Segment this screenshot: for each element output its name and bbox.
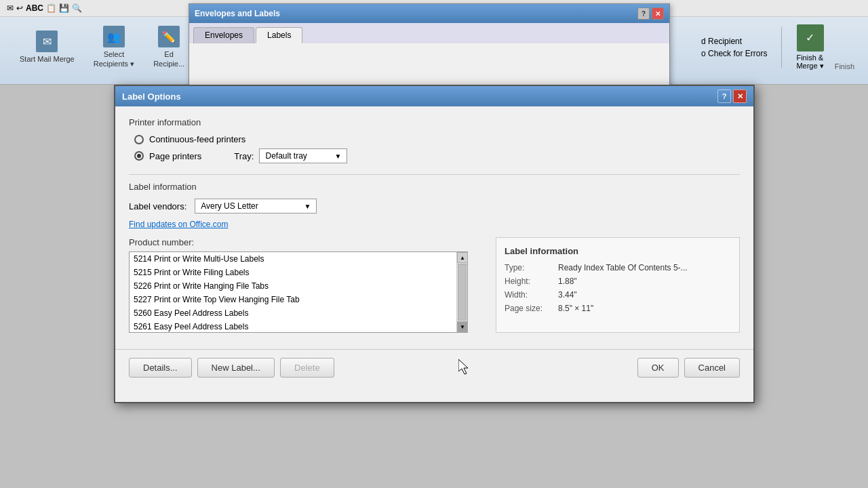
product-list-section: Product number: 5214 Print or Write Mult… xyxy=(129,237,482,333)
lo-bottom-buttons: Details... New Label... Delete OK Cancel xyxy=(115,349,753,386)
type-value: Ready Index Table Of Contents 5-... xyxy=(558,263,688,272)
check-errors-text: o Check for Errors xyxy=(701,49,767,58)
start-mail-merge-icon: ✉ xyxy=(36,30,58,52)
start-mail-merge-button[interactable]: ✉ Start Mail Merge xyxy=(14,27,81,67)
tab-labels[interactable]: Labels xyxy=(256,27,302,43)
printer-info-label: Printer information xyxy=(129,117,740,127)
select-recipients-button[interactable]: 👥 SelectRecipients ▾ xyxy=(87,22,140,73)
edit-recipients-button[interactable]: ✏️ EdRecipie... xyxy=(147,22,191,73)
height-value: 1.88" xyxy=(558,277,577,286)
lo-body: Printer information Continuous-feed prin… xyxy=(115,106,753,344)
toolbar-btn-save[interactable]: 💾 xyxy=(59,3,69,13)
env-close-button[interactable]: ✕ xyxy=(652,7,664,20)
finish-merge-icon: ✓ xyxy=(797,24,824,52)
new-label-button[interactable]: New Label... xyxy=(197,358,275,378)
lo-right-buttons: OK Cancel xyxy=(637,358,740,378)
env-dialog-tabs: Envelopes Labels xyxy=(189,23,669,43)
page-printers-radio[interactable] xyxy=(134,151,144,161)
tray-label: Tray: xyxy=(234,151,254,161)
label-info-section: Label information Label vendors: Avery U… xyxy=(129,182,740,229)
select-recipients-label: SelectRecipients ▾ xyxy=(94,49,134,69)
ok-button[interactable]: OK xyxy=(637,358,679,378)
find-link-container: Find updates on Office.com xyxy=(129,219,740,229)
tray-select[interactable]: Default tray ▼ xyxy=(259,148,347,163)
tab-envelopes[interactable]: Envelopes xyxy=(193,27,254,43)
product-row: Product number: 5214 Print or Write Mult… xyxy=(129,237,740,333)
type-key: Type: xyxy=(505,263,555,272)
env-labels-titlebar: Envelopes and Labels ? ✕ xyxy=(189,4,669,23)
recipient-label-text: d Recipient xyxy=(701,37,767,46)
label-width-row: Width: 3.44" xyxy=(505,290,731,300)
scrollbar-down-btn[interactable]: ▼ xyxy=(457,321,468,332)
lo-title: Label Options xyxy=(122,92,181,102)
width-value: 3.44" xyxy=(558,290,577,300)
lo-titlebar: Label Options ? ✕ xyxy=(115,86,753,106)
list-item[interactable]: 5214 Print or Write Multi-Use Labels xyxy=(130,252,456,266)
ribbon-sep-2 xyxy=(781,27,782,68)
lo-close-button[interactable]: ✕ xyxy=(733,89,747,103)
toolbar-btn-undo[interactable]: ↩ xyxy=(16,3,23,13)
page-printers-label: Page printers xyxy=(149,151,201,161)
tray-row: Tray: Default tray ▼ xyxy=(234,148,347,163)
page-printers-row: Page printers Tray: Default tray ▼ xyxy=(134,148,740,163)
lo-left-buttons: Details... New Label... Delete xyxy=(129,358,334,378)
lo-help-button[interactable]: ? xyxy=(717,89,731,103)
tray-dropdown-arrow: ▼ xyxy=(335,152,342,160)
toolbar-btn-mail[interactable]: ✉ xyxy=(7,3,14,13)
env-titlebar-buttons: ? ✕ xyxy=(637,7,664,20)
vendor-row: Label vendors: Avery US Letter ▼ xyxy=(129,199,740,214)
list-item[interactable]: 5261 Easy Peel Address Labels xyxy=(130,320,456,332)
pagesize-value: 8.5" × 11" xyxy=(558,304,593,313)
label-options-dialog: Label Options ? ✕ Printer information Co… xyxy=(114,85,755,403)
vendor-dropdown-arrow: ▼ xyxy=(304,203,311,210)
label-detail-title: Label information xyxy=(505,246,731,256)
list-item[interactable]: 5215 Print or Write Filing Labels xyxy=(130,266,456,279)
select-recipients-icon: 👥 xyxy=(103,26,125,47)
product-listbox-scrollbar[interactable]: ▲ ▼ xyxy=(456,252,467,332)
label-detail-box: Label information Type: Ready Index Tabl… xyxy=(496,237,740,333)
toolbar-btn-clip[interactable]: 📋 xyxy=(46,3,56,13)
start-mail-merge-label: Start Mail Merge xyxy=(20,54,75,64)
env-labels-title: Envelopes and Labels xyxy=(195,9,280,18)
label-pagesize-row: Page size: 8.5" × 11" xyxy=(505,304,731,313)
vendor-label: Label vendors: xyxy=(129,201,186,211)
lo-cancel-button[interactable]: Cancel xyxy=(684,358,740,378)
scrollbar-up-btn[interactable]: ▲ xyxy=(457,252,468,263)
continuous-feed-radio[interactable] xyxy=(134,135,144,144)
label-info-label: Label information xyxy=(129,182,740,192)
lo-titlebar-buttons: ? ✕ xyxy=(717,89,747,103)
find-updates-link[interactable]: Find updates on Office.com xyxy=(129,220,229,229)
product-listbox-container: 5214 Print or Write Multi-Use Labels 521… xyxy=(129,251,468,333)
finish-section-label: Finish xyxy=(835,62,854,70)
tray-value: Default tray xyxy=(265,151,307,161)
product-listbox[interactable]: 5214 Print or Write Multi-Use Labels 521… xyxy=(130,252,456,332)
label-type-row: Type: Ready Index Table Of Contents 5-..… xyxy=(505,263,731,272)
printer-radio-group: Continuous-feed printers Page printers T… xyxy=(134,134,740,163)
scrollbar-thumb[interactable] xyxy=(458,264,467,321)
continuous-feed-row: Continuous-feed printers xyxy=(134,134,740,144)
finish-merge-label: Finish &Merge ▾ xyxy=(796,54,823,70)
continuous-feed-label: Continuous-feed printers xyxy=(149,134,245,144)
vendor-select[interactable]: Avery US Letter ▼ xyxy=(195,199,317,214)
env-help-button[interactable]: ? xyxy=(637,7,650,20)
vendor-value: Avery US Letter xyxy=(201,201,258,211)
toolbar-btn-abc[interactable]: ABC xyxy=(26,3,43,13)
list-item[interactable]: 5226 Print or Write Hanging File Tabs xyxy=(130,279,456,293)
height-key: Height: xyxy=(505,277,555,286)
width-key: Width: xyxy=(505,290,555,300)
delete-button[interactable]: Delete xyxy=(280,358,334,378)
list-item[interactable]: 5227 Print or Write Top View Hanging Fil… xyxy=(130,293,456,306)
divider-1 xyxy=(129,174,740,175)
printer-info-section: Printer information Continuous-feed prin… xyxy=(129,117,740,163)
details-button[interactable]: Details... xyxy=(129,358,192,378)
pagesize-key: Page size: xyxy=(505,304,555,313)
toolbar-btn-search[interactable]: 🔍 xyxy=(72,3,82,13)
label-height-row: Height: 1.88" xyxy=(505,277,731,286)
edit-recipients-icon: ✏️ xyxy=(158,26,180,47)
product-number-label: Product number: xyxy=(129,237,482,247)
edit-recipients-label: EdRecipie... xyxy=(153,49,184,69)
list-item[interactable]: 5260 Easy Peel Address Labels xyxy=(130,306,456,320)
